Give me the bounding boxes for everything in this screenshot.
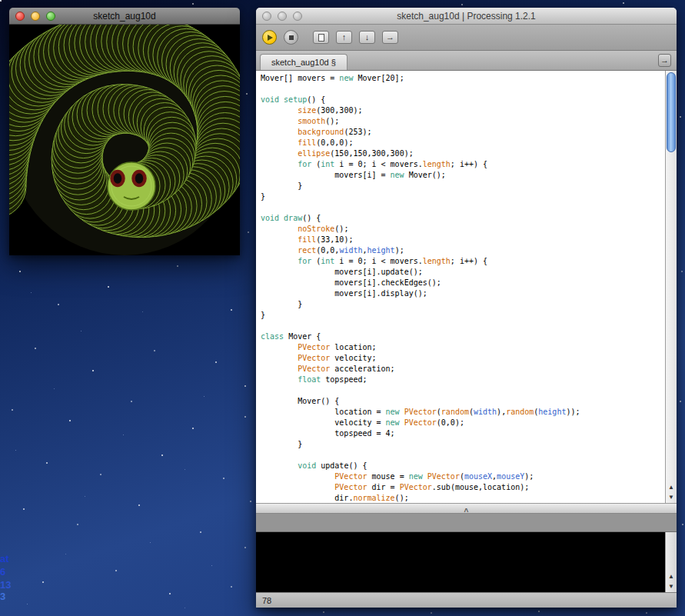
collapse-console-icon[interactable]: ^ <box>464 508 469 516</box>
code-line: } <box>261 310 665 321</box>
code-line: PVector location; <box>261 342 665 353</box>
code-line: for (int i = 0; i < movers.length; i++) … <box>261 159 665 170</box>
scroll-up-button[interactable]: ▲ <box>666 482 677 492</box>
stop-button[interactable] <box>284 30 298 45</box>
code-line: ellipse(150,150,300,300); <box>261 148 665 159</box>
desktop-text-fragment: 3 <box>0 591 5 602</box>
close-icon[interactable] <box>15 12 25 21</box>
code-lines: Mover[] movers = new Mover[20]; void set… <box>256 71 665 503</box>
close-icon[interactable] <box>262 12 271 21</box>
worm-left-eye <box>112 171 124 185</box>
tab-menu-button[interactable]: → <box>658 54 671 67</box>
desktop-text-fragment: 6 <box>0 567 5 578</box>
status-bar: 78 <box>256 592 677 608</box>
stop-icon <box>289 35 294 40</box>
down-arrow-icon: ↓ <box>365 33 370 42</box>
export-sketch-button[interactable]: → <box>382 31 398 44</box>
minimize-icon[interactable] <box>278 12 287 21</box>
code-line: void draw() { <box>261 213 665 224</box>
message-bar <box>256 514 677 532</box>
desktop-text-fragment: 13 <box>0 580 11 591</box>
code-line: movers[i].checkEdges(); <box>261 278 665 288</box>
status-line-number: 78 <box>262 596 271 605</box>
code-line: location = new PVector(random(width),ran… <box>261 407 665 418</box>
code-line <box>261 385 665 396</box>
tab-strip: sketch_aug10d § → <box>256 51 677 71</box>
ide-toolbar: ↑ ↓ → <box>256 25 677 51</box>
code-line: for (int i = 0; i < movers.length; i++) … <box>261 256 665 267</box>
code-line: topspeed = 4; <box>261 428 665 439</box>
code-line: } <box>261 191 665 202</box>
code-line: fill(33,10); <box>261 235 665 245</box>
up-arrow-icon: ↑ <box>342 33 347 42</box>
code-line: Mover() { <box>261 396 665 407</box>
console-divider[interactable]: ^ <box>256 503 677 514</box>
tab-sketch-aug10d[interactable]: sketch_aug10d § <box>260 54 347 70</box>
tab-menu-arrow-icon: → <box>660 56 669 65</box>
scrollbar-thumb[interactable] <box>667 72 676 152</box>
code-line: rect(0,0,width,height); <box>261 245 665 256</box>
ide-window-title: sketch_aug10d | Processing 1.2.1 <box>397 11 536 22</box>
sketch-window-title: sketch_aug10d <box>93 11 155 22</box>
code-line: } <box>261 439 665 450</box>
tab-label: sketch_aug10d § <box>271 58 336 67</box>
code-line: movers[i] = new Mover(); <box>261 170 665 181</box>
code-line: smooth(); <box>261 116 665 127</box>
right-arrow-icon: → <box>386 33 394 42</box>
code-line <box>261 202 665 213</box>
minimize-icon[interactable] <box>31 12 40 21</box>
console-output <box>256 532 665 592</box>
code-line: noStroke(); <box>261 224 665 235</box>
code-line: Mover[] movers = new Mover[20]; <box>261 73 665 84</box>
code-line: movers[i].display(); <box>261 288 665 299</box>
desktop-text-fragment: at <box>0 554 9 564</box>
code-line: PVector dir = PVector.sub(mouse,location… <box>261 482 665 493</box>
open-sketch-button[interactable]: ↑ <box>336 31 352 44</box>
scroll-up-button[interactable]: ▲ <box>666 571 677 581</box>
code-line: PVector acceleration; <box>261 364 665 375</box>
code-line: fill(0,0,0); <box>261 138 665 148</box>
code-line: size(300,300); <box>261 105 665 116</box>
console-area: ▲ ▼ <box>256 532 677 592</box>
code-line: void update() { <box>261 461 665 471</box>
save-sketch-button[interactable]: ↓ <box>359 31 375 44</box>
scroll-down-button[interactable]: ▼ <box>666 581 677 591</box>
sketch-window-titlebar[interactable]: sketch_aug10d <box>9 8 240 25</box>
play-icon <box>268 35 273 41</box>
scroll-down-button[interactable]: ▼ <box>666 492 677 502</box>
code-line <box>261 84 665 95</box>
ide-window-titlebar[interactable]: sketch_aug10d | Processing 1.2.1 <box>256 8 677 25</box>
code-line: PVector mouse = new PVector(mouseX,mouse… <box>261 471 665 482</box>
code-line: } <box>261 299 665 310</box>
code-line <box>261 450 665 461</box>
code-editor[interactable]: Mover[] movers = new Mover[20]; void set… <box>256 71 677 503</box>
code-line: PVector velocity; <box>261 353 665 364</box>
console-scrollbar[interactable]: ▲ ▼ <box>665 532 677 592</box>
sketch-output-window: sketch_aug10d <box>9 8 240 255</box>
code-line: float topspeed; <box>261 375 665 385</box>
worm-head-graphic <box>108 162 155 210</box>
code-line: background(253); <box>261 127 665 138</box>
zoom-icon[interactable] <box>293 12 302 21</box>
code-line: class Mover { <box>261 331 665 342</box>
run-button[interactable] <box>262 30 277 45</box>
code-line: movers[i].update(); <box>261 267 665 278</box>
sketch-canvas[interactable] <box>9 25 240 255</box>
code-line: void setup() { <box>261 95 665 105</box>
new-sketch-button[interactable] <box>313 31 329 44</box>
code-line <box>261 321 665 331</box>
code-line: velocity = new PVector(0,0); <box>261 418 665 428</box>
editor-vertical-scrollbar[interactable]: ▲ ▼ <box>665 71 677 503</box>
worm-right-eye <box>134 171 145 185</box>
code-line: dir.normalize(); <box>261 493 665 503</box>
document-icon <box>318 34 324 42</box>
code-line: } <box>261 181 665 191</box>
processing-ide-window: sketch_aug10d | Processing 1.2.1 ↑ ↓ → s… <box>256 8 677 608</box>
zoom-icon[interactable] <box>46 12 55 21</box>
